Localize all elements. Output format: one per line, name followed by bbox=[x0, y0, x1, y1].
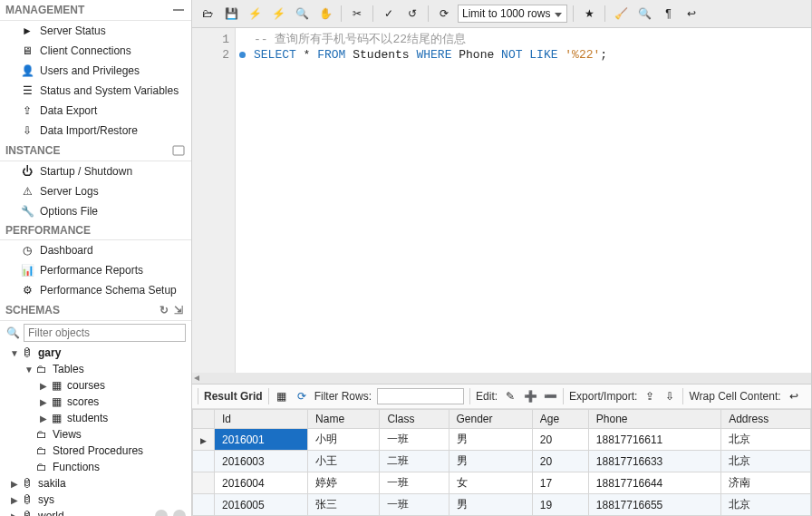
performance-item-1[interactable]: 📊Performance Reports bbox=[0, 260, 191, 280]
column-header[interactable]: Phone bbox=[588, 410, 720, 429]
management-item-0[interactable]: ►Server Status bbox=[0, 21, 191, 41]
exec-current-button[interactable]: ⚡ bbox=[268, 4, 288, 24]
column-header[interactable]: Id bbox=[215, 410, 308, 429]
expander-icon[interactable]: ▶ bbox=[38, 397, 49, 407]
tree-node-Stored Procedures[interactable]: 🗀Stored Procedures bbox=[0, 443, 191, 459]
schemas-refresh-icon[interactable]: ↻ bbox=[157, 303, 171, 317]
table-row[interactable]: 2016004婷婷一班女1718817716644济南 bbox=[193, 472, 811, 494]
column-header[interactable]: Address bbox=[721, 410, 811, 429]
table-row[interactable]: 2016003小王二班男2018817716633北京 bbox=[193, 451, 811, 472]
cell[interactable]: 17 bbox=[532, 472, 588, 494]
autocommit-button[interactable]: ⟳ bbox=[434, 4, 454, 24]
stop-button[interactable]: ✋ bbox=[315, 4, 335, 24]
cell[interactable]: 男 bbox=[449, 494, 532, 516]
cell[interactable]: 男 bbox=[449, 429, 532, 451]
breakpoint-icon[interactable] bbox=[239, 52, 246, 58]
save-button[interactable]: 💾 bbox=[221, 4, 241, 24]
commit-button[interactable]: ✓ bbox=[379, 4, 399, 24]
expander-icon[interactable]: ▶ bbox=[9, 479, 20, 489]
tree-node-gary[interactable]: ▼🛢gary bbox=[0, 345, 191, 361]
info-icon[interactable] bbox=[155, 510, 168, 516]
favorite-button[interactable]: ★ bbox=[579, 4, 599, 24]
cell[interactable]: 婷婷 bbox=[308, 472, 380, 494]
cell[interactable]: 18817716633 bbox=[588, 451, 720, 472]
column-header[interactable]: Class bbox=[380, 410, 449, 429]
table-row[interactable]: 2016001小明一班男2018817716611北京 bbox=[193, 429, 811, 451]
cell[interactable]: 张三 bbox=[308, 494, 380, 516]
editor-line[interactable]: -- 查询所有手机号码不以22结尾的信息 bbox=[254, 32, 802, 47]
cell[interactable]: 18817716655 bbox=[588, 494, 720, 516]
cell[interactable]: 18817716644 bbox=[588, 472, 720, 494]
cell[interactable]: 男 bbox=[449, 451, 532, 472]
management-item-1[interactable]: 🖥Client Connections bbox=[0, 41, 191, 61]
performance-item-0[interactable]: ◷Dashboard bbox=[0, 240, 191, 260]
instance-item-1[interactable]: ⚠Server Logs bbox=[0, 181, 191, 201]
cell[interactable]: 20 bbox=[532, 429, 588, 451]
cell[interactable]: 2016005 bbox=[215, 494, 308, 516]
tree-node-scores[interactable]: ▶▦scores bbox=[0, 394, 191, 410]
export-icon[interactable]: ⇪ bbox=[643, 389, 657, 404]
tree-node-world[interactable]: ▶🛢world bbox=[0, 508, 191, 516]
more-icon[interactable] bbox=[173, 510, 186, 516]
collapse-icon[interactable] bbox=[171, 3, 186, 17]
cell[interactable]: 一班 bbox=[380, 429, 449, 451]
management-item-4[interactable]: ⇪Data Export bbox=[0, 101, 191, 121]
result-refresh-icon[interactable]: ⟳ bbox=[295, 389, 309, 404]
column-header[interactable]: Gender bbox=[449, 410, 532, 429]
result-grid-icon[interactable]: ▦ bbox=[275, 389, 289, 404]
limit-rows-select[interactable]: Limit to 1000 rows bbox=[458, 5, 567, 23]
result-grid[interactable]: IdNameClassGenderAgePhoneAddress2016001小… bbox=[192, 409, 811, 516]
expander-icon[interactable]: ▶ bbox=[38, 414, 49, 424]
cell[interactable]: 女 bbox=[449, 472, 532, 494]
cell[interactable]: 北京 bbox=[721, 451, 811, 472]
cell[interactable]: 小王 bbox=[308, 451, 380, 472]
column-header[interactable]: Age bbox=[532, 410, 588, 429]
snip-button[interactable]: ✂ bbox=[347, 4, 367, 24]
schema-filter-input[interactable] bbox=[24, 324, 186, 342]
cell[interactable]: 20 bbox=[532, 451, 588, 472]
schema-tree[interactable]: ▼🛢gary▼🗀Tables▶▦courses▶▦scores▶▦student… bbox=[0, 345, 191, 516]
management-item-3[interactable]: ☰Status and System Variables bbox=[0, 81, 191, 101]
sql-editor[interactable]: 12 -- 查询所有手机号码不以22结尾的信息SELECT * FROM Stu… bbox=[192, 28, 811, 373]
toggle-invisible-button[interactable]: ¶ bbox=[658, 4, 678, 24]
cell[interactable]: 北京 bbox=[721, 494, 811, 516]
tree-node-students[interactable]: ▶▦students bbox=[0, 410, 191, 426]
expander-icon[interactable]: ▼ bbox=[9, 348, 20, 358]
delete-row-icon[interactable]: ➖ bbox=[543, 389, 557, 404]
cell[interactable]: 济南 bbox=[721, 472, 811, 494]
cell[interactable]: 北京 bbox=[721, 429, 811, 451]
tree-node-Tables[interactable]: ▼🗀Tables bbox=[0, 361, 191, 377]
editor-line[interactable]: SELECT * FROM Students WHERE Phone NOT L… bbox=[254, 47, 802, 63]
cell[interactable]: 二班 bbox=[380, 451, 449, 472]
results-splitter[interactable] bbox=[192, 373, 811, 384]
import-icon[interactable]: ⇩ bbox=[662, 389, 677, 404]
tree-node-courses[interactable]: ▶▦courses bbox=[0, 377, 191, 394]
tree-node-sakila[interactable]: ▶🛢sakila bbox=[0, 475, 191, 492]
insert-row-icon[interactable]: ➕ bbox=[523, 389, 537, 404]
cell[interactable]: 小明 bbox=[308, 429, 380, 451]
management-item-2[interactable]: 👤Users and Privileges bbox=[0, 61, 191, 81]
tree-node-Views[interactable]: 🗀Views bbox=[0, 426, 191, 443]
expander-icon[interactable]: ▶ bbox=[9, 495, 20, 505]
expander-icon[interactable]: ▶ bbox=[9, 511, 20, 517]
expander-icon[interactable]: ▶ bbox=[38, 381, 49, 391]
exec-all-button[interactable]: ⚡ bbox=[245, 4, 265, 24]
cell[interactable]: 一班 bbox=[380, 472, 449, 494]
open-file-button[interactable]: 🗁 bbox=[198, 4, 218, 24]
cell[interactable]: 2016004 bbox=[215, 472, 308, 494]
cell[interactable]: 2016003 bbox=[215, 451, 308, 472]
beautify-button[interactable]: 🧹 bbox=[611, 4, 631, 24]
cell[interactable]: 2016001 bbox=[215, 429, 308, 451]
instance-item-2[interactable]: 🔧Options File bbox=[0, 201, 191, 221]
cell[interactable]: 18817716611 bbox=[588, 429, 720, 451]
search-button[interactable]: 🔍 bbox=[634, 4, 654, 24]
wrap-cell-icon[interactable]: ↩ bbox=[787, 389, 801, 404]
tree-node-sys[interactable]: ▶🛢sys bbox=[0, 492, 191, 508]
edit-cell-icon[interactable]: ✎ bbox=[503, 389, 517, 404]
management-item-5[interactable]: ⇩Data Import/Restore bbox=[0, 121, 191, 141]
wrap-button[interactable]: ↩ bbox=[682, 4, 701, 24]
tree-node-Functions[interactable]: 🗀Functions bbox=[0, 459, 191, 475]
table-row[interactable]: 2016005张三一班男1918817716655北京 bbox=[193, 494, 811, 516]
cell[interactable]: 一班 bbox=[380, 494, 449, 516]
cell[interactable]: 19 bbox=[532, 494, 588, 516]
